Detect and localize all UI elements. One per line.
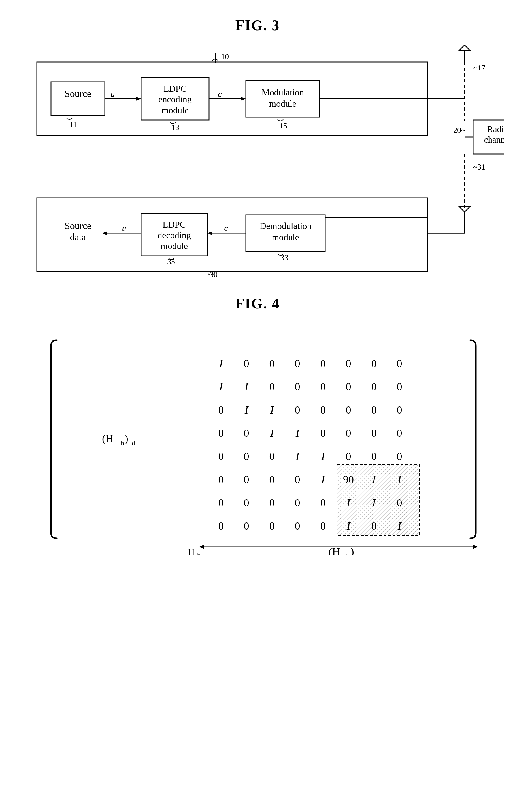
svg-text:0: 0 <box>346 404 351 416</box>
svg-text:(H: (H <box>102 432 113 445</box>
svg-text:I: I <box>347 520 351 532</box>
svg-text:0: 0 <box>320 404 326 416</box>
svg-text:0: 0 <box>320 520 326 532</box>
svg-text:0: 0 <box>397 497 402 509</box>
svg-text:0: 0 <box>397 450 402 462</box>
svg-text:0: 0 <box>371 427 377 439</box>
svg-text:~31: ~31 <box>473 163 485 171</box>
svg-text:c: c <box>224 223 228 233</box>
svg-text:LDPC: LDPC <box>163 219 186 230</box>
svg-rect-31 <box>37 198 428 271</box>
svg-text:module: module <box>161 241 188 251</box>
svg-text:0: 0 <box>346 381 351 393</box>
svg-text:0: 0 <box>269 473 275 485</box>
svg-text:0: 0 <box>269 497 275 509</box>
svg-text:b: b <box>346 552 350 555</box>
svg-text:I: I <box>295 427 300 439</box>
svg-text:u: u <box>122 223 126 233</box>
svg-text:Modulation: Modulation <box>262 87 304 97</box>
svg-text:0: 0 <box>397 404 402 416</box>
svg-text:0: 0 <box>346 357 351 369</box>
svg-text:0: 0 <box>320 381 326 393</box>
svg-text:~17: ~17 <box>473 63 485 72</box>
svg-text:0: 0 <box>218 520 224 532</box>
svg-text:H: H <box>188 547 195 555</box>
svg-text:): ) <box>125 432 128 445</box>
fig3-svg: Source u LDPC encoding module c Modulati… <box>23 45 504 277</box>
svg-text:0: 0 <box>295 404 300 416</box>
svg-text:0: 0 <box>346 427 351 439</box>
fig4-title: FIG. 4 <box>23 295 492 312</box>
svg-text:I: I <box>398 473 402 485</box>
svg-text:0: 0 <box>371 520 377 532</box>
svg-text:0: 0 <box>244 450 249 462</box>
svg-rect-1 <box>51 82 105 116</box>
svg-text:I: I <box>270 427 274 439</box>
svg-text:I: I <box>372 497 377 509</box>
svg-text:I: I <box>295 450 300 462</box>
svg-text:encoding: encoding <box>158 94 191 105</box>
svg-text:p: p <box>358 552 362 555</box>
svg-text:33: 33 <box>280 253 288 262</box>
svg-text:0: 0 <box>320 497 326 509</box>
svg-text:0: 0 <box>218 450 224 462</box>
svg-text:data: data <box>70 232 86 242</box>
svg-text:0: 0 <box>320 427 326 439</box>
svg-text:0: 0 <box>269 381 275 393</box>
svg-text:u: u <box>111 89 115 98</box>
svg-marker-132 <box>199 545 204 549</box>
svg-text:I: I <box>398 520 402 532</box>
svg-text:0: 0 <box>320 357 326 369</box>
fig4-diagram: (H b ) d I 0 0 0 <box>23 323 504 556</box>
svg-text:module: module <box>269 98 296 109</box>
svg-text:0: 0 <box>218 497 224 509</box>
svg-text:0: 0 <box>218 427 224 439</box>
svg-text:decoding: decoding <box>158 230 191 240</box>
svg-text:15: 15 <box>279 121 287 130</box>
svg-text:0: 0 <box>269 450 275 462</box>
svg-text:0: 0 <box>371 381 377 393</box>
svg-text:module: module <box>272 232 299 242</box>
svg-text:0: 0 <box>397 427 402 439</box>
svg-text:Source: Source <box>64 221 91 231</box>
svg-text:Source: Source <box>64 88 91 99</box>
svg-text:0: 0 <box>295 381 300 393</box>
svg-text:20~: 20~ <box>453 126 465 135</box>
svg-text:LDPC: LDPC <box>163 84 187 94</box>
svg-text:I: I <box>244 381 249 393</box>
svg-text:0: 0 <box>244 520 249 532</box>
svg-text:): ) <box>350 546 354 555</box>
svg-text:I: I <box>244 404 249 416</box>
svg-text:I: I <box>219 381 223 393</box>
svg-text:b: b <box>120 439 124 447</box>
svg-text:0: 0 <box>244 497 249 509</box>
svg-text:0: 0 <box>371 357 377 369</box>
svg-text:30: 30 <box>210 270 218 277</box>
svg-marker-18 <box>459 45 470 51</box>
svg-text:0: 0 <box>295 520 300 532</box>
svg-text:10: 10 <box>221 52 229 61</box>
svg-text:I: I <box>321 473 325 485</box>
svg-text:11: 11 <box>70 120 77 129</box>
svg-text:I: I <box>321 450 325 462</box>
svg-text:90: 90 <box>343 473 354 485</box>
svg-text:13: 13 <box>171 123 179 132</box>
svg-text:I: I <box>270 404 274 416</box>
svg-text:module: module <box>161 105 189 115</box>
svg-text:35: 35 <box>167 257 175 266</box>
svg-text:0: 0 <box>346 450 351 462</box>
svg-text:Radio: Radio <box>487 124 504 134</box>
svg-text:0: 0 <box>397 357 402 369</box>
svg-text:channel: channel <box>484 135 504 145</box>
svg-text:(H: (H <box>329 546 340 555</box>
svg-text:0: 0 <box>218 473 224 485</box>
svg-text:0: 0 <box>269 520 275 532</box>
svg-text:d: d <box>132 439 135 447</box>
fig3-diagram: Source u LDPC encoding module c Modulati… <box>23 45 504 278</box>
svg-text:0: 0 <box>295 497 300 509</box>
svg-text:b: b <box>197 552 200 555</box>
svg-text:0: 0 <box>244 427 249 439</box>
svg-text:0: 0 <box>371 450 377 462</box>
svg-text:I: I <box>372 473 377 485</box>
svg-marker-133 <box>473 545 478 549</box>
